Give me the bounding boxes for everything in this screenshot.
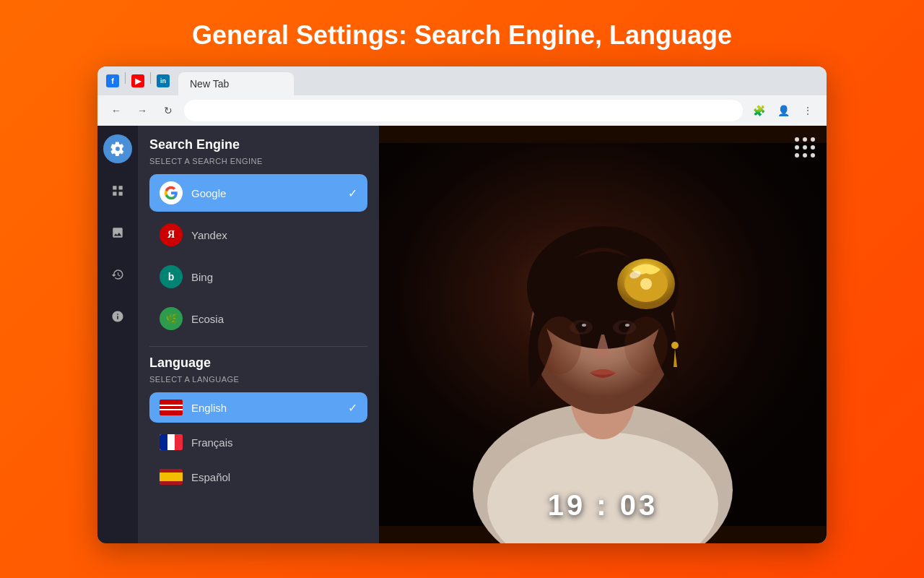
svg-point-18 — [582, 324, 586, 327]
search-engine-title: Search Engine — [149, 137, 367, 152]
language-francais[interactable]: Français — [149, 427, 367, 457]
language-subtitle: SELECT A LANGUAGE — [149, 375, 367, 384]
sidebar-icon-info[interactable] — [103, 302, 132, 331]
svg-point-24 — [671, 342, 679, 349]
grid-dots — [795, 137, 815, 158]
google-check: ✓ — [348, 186, 357, 200]
browser-content: Search Engine SELECT A SEARCH ENGINE Goo… — [97, 126, 827, 543]
svg-point-25 — [538, 316, 581, 374]
browser-window: f ▶ in New Tab ← → ↻ 🧩 👤 ⋮ — [97, 66, 827, 543]
language-espanol[interactable]: Español — [149, 462, 367, 492]
section-divider — [149, 346, 367, 347]
tab-label: New Tab — [190, 78, 229, 90]
ecosia-label: Ecosia — [191, 313, 224, 325]
grid-dot — [811, 153, 815, 158]
svg-rect-5 — [160, 434, 167, 450]
clock-display: 19 : 03 — [548, 489, 658, 522]
sidebar-icon-image[interactable] — [103, 218, 132, 247]
forward-button[interactable]: → — [132, 100, 152, 121]
grid-dot — [803, 145, 807, 150]
tab-separator-2 — [150, 72, 151, 84]
grid-dot — [811, 137, 815, 142]
grid-dot — [795, 137, 799, 142]
svg-rect-2 — [160, 406, 183, 409]
svg-point-22 — [640, 278, 652, 290]
sidebar-icon-history[interactable] — [103, 260, 132, 289]
sidebar-icons — [97, 126, 138, 543]
bing-label: Bing — [191, 271, 213, 283]
search-engine-yandex[interactable]: Я Yandex — [149, 216, 367, 254]
page-title: General Settings: Search Engine, Languag… — [192, 20, 732, 51]
search-engine-google[interactable]: Google ✓ — [149, 174, 367, 212]
right-panel: 19 : 03 — [379, 126, 827, 543]
active-tab[interactable]: New Tab — [178, 72, 294, 95]
yandex-label: Yandex — [191, 229, 227, 241]
browser-toolbar: ← → ↻ 🧩 👤 ⋮ — [97, 95, 827, 126]
browser-chrome: f ▶ in New Tab — [97, 66, 827, 95]
bing-icon: b — [160, 265, 183, 288]
sidebar-icon-settings[interactable] — [103, 134, 132, 163]
grid-dot — [795, 145, 799, 150]
back-button[interactable]: ← — [106, 100, 126, 121]
address-bar[interactable] — [184, 100, 743, 121]
google-label: Google — [191, 187, 226, 199]
portrait-image — [379, 126, 827, 543]
language-english[interactable]: English ✓ — [149, 392, 367, 423]
google-icon — [160, 181, 183, 204]
french-flag — [160, 434, 183, 450]
settings-content: Search Engine SELECT A SEARCH ENGINE Goo… — [138, 126, 379, 543]
language-title: Language — [149, 355, 367, 371]
profile-icon[interactable]: 👤 — [773, 100, 793, 121]
svg-point-26 — [624, 316, 668, 374]
search-engine-subtitle: SELECT A SEARCH ENGINE — [149, 157, 367, 165]
tab-separator-1 — [125, 72, 126, 84]
reload-button[interactable]: ↻ — [158, 100, 178, 121]
linkedin-favicon[interactable]: in — [157, 74, 170, 87]
toolbar-icons: 🧩 👤 ⋮ — [749, 100, 818, 121]
francais-label: Français — [191, 436, 233, 449]
grid-dot — [803, 153, 807, 158]
browser-tabs: f ▶ in New Tab — [106, 72, 818, 95]
yandex-icon: Я — [160, 223, 183, 246]
espanol-label: Español — [191, 471, 230, 483]
ecosia-icon: 🌿 — [160, 307, 183, 330]
facebook-favicon[interactable]: f — [106, 74, 119, 87]
search-engine-bing[interactable]: b Bing — [149, 258, 367, 296]
english-flag — [160, 400, 183, 415]
pinned-tabs: f ▶ in — [106, 72, 170, 95]
english-check: ✓ — [348, 401, 357, 415]
sidebar-icon-grid[interactable] — [103, 176, 132, 205]
settings-panel: Search Engine SELECT A SEARCH ENGINE Goo… — [97, 126, 379, 543]
extensions-icon[interactable]: 🧩 — [749, 100, 769, 121]
grid-dot — [811, 145, 815, 150]
search-engine-ecosia[interactable]: 🌿 Ecosia — [149, 300, 367, 337]
grid-dot — [795, 153, 799, 158]
svg-rect-7 — [160, 473, 183, 481]
svg-point-19 — [625, 324, 629, 327]
english-label: English — [191, 402, 227, 414]
youtube-favicon[interactable]: ▶ — [131, 74, 144, 87]
grid-dot — [803, 137, 807, 142]
menu-icon[interactable]: ⋮ — [798, 100, 818, 121]
spanish-flag — [160, 469, 183, 485]
